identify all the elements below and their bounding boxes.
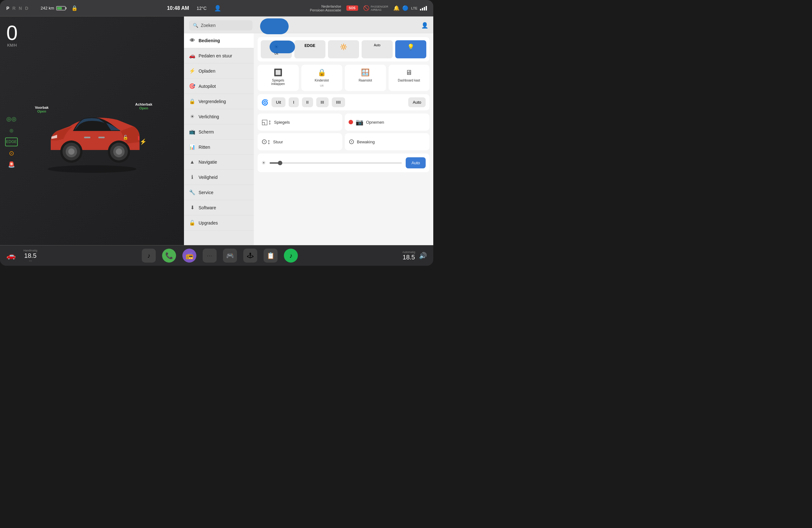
pedalen-label: Pedalen en stuur [199,53,232,58]
headlight-dim-icon: ◎ [5,126,18,135]
navigatie-label: Navigatie [199,160,217,165]
voorbak-status: Open [35,109,48,113]
files-icon: 📋 [267,252,275,260]
airbag-text: PASSENGERAIRBAG [371,5,388,11]
raamslot-icon: 🪟 [361,69,369,77]
dashboard-label: Dashboard kast [398,79,420,82]
menu-item-veiligheid[interactable]: ℹ Veiligheid [184,170,254,185]
lights-auto-btn[interactable]: Auto [362,40,393,58]
wiper-icon: 🌀 [261,99,269,106]
action-grid: ◱↕ Spiegels 📷 Opnemen ⊙↕ Stuur [258,114,430,150]
headlight-full-icon: ◎◎ [5,115,18,123]
menu-column: 👁 Bediening 🚗 Pedalen en stuur ⚡ Opladen… [184,33,254,245]
stuur-action-card[interactable]: ⊙↕ Stuur [258,133,342,150]
settings-header: 🔍 Zoeken 👤 [184,16,433,33]
opnemen-action-card[interactable]: 📷 Opnemen [345,114,430,131]
controller-btn[interactable]: 🕹 [243,249,257,263]
lights-edge-btn[interactable]: EDGE [294,40,325,58]
spotify-btn[interactable]: ♪ [284,249,298,263]
record-dot [349,120,353,124]
bewaking-label: Bewaking [357,140,375,144]
music-btn[interactable]: ♪ [142,249,156,263]
menu-item-scherm[interactable]: 📺 Scherm [184,124,254,140]
more-btn[interactable]: ··· [203,249,217,263]
controller-icon: 🕹 [247,252,253,260]
bewaking-action-card[interactable]: ⊙ Bewaking [345,133,430,150]
spiegels-card[interactable]: 🔲 Spiegelsinklappen [258,65,299,91]
wiper-3-label: III [321,100,324,105]
voorbak-label: Voorbak Open [35,106,48,113]
bluetooth-icon: 🔵 [402,5,408,11]
volume-icon: 🔊 [419,252,427,260]
clock: 10:48 AM [167,5,189,11]
autopilot-label: Autopilot [199,84,216,89]
outside-temp: 12°C [197,6,206,11]
lights-dim-btn[interactable]: 🔆 [328,40,359,58]
vergrendeling-label: Vergrendeling [199,99,226,104]
menu-item-verlichting[interactable]: ☀ Verlichting [184,109,254,124]
verlichting-label: Verlichting [199,114,219,119]
scherm-icon: 📺 [189,129,195,135]
wiper-4-btn[interactable]: IIII [332,97,345,107]
taskbar-right: Automatig 18.5 🔊 [402,250,427,261]
games-btn[interactable]: 🎮 [223,249,237,263]
privacy-overlay-1 [260,18,289,34]
brand-name: NederlandsePensioen Associatie [310,4,341,12]
camera-icon: 📷 [356,118,363,126]
vergrendeling-icon: 🔒 [189,98,195,104]
software-icon: ⬇ [189,205,195,210]
menu-item-software[interactable]: ⬇ Software [184,200,254,215]
brightness-auto-btn[interactable]: Auto [406,157,426,168]
menu-item-autopilot[interactable]: 🎯 Autopilot [184,79,254,94]
menu-item-bediening[interactable]: 👁 Bediening [184,33,254,48]
lights-full-btn[interactable]: 💡 [395,40,426,58]
spiegels-action-card[interactable]: ◱↕ Spiegels [258,114,342,131]
opnemen-label: Opnemen [366,120,384,124]
service-icon: 🔧 [189,189,195,195]
brightness-slider[interactable] [270,162,402,164]
menu-item-opladen[interactable]: ⚡ Opladen [184,63,254,79]
lights-edge-icon: EDGE [304,43,315,48]
wiper-2-btn[interactable]: II [302,97,313,107]
games-icon: 🎮 [226,252,234,260]
profile-icon: 👤 [214,5,221,12]
header-icons: 👤 [421,22,428,29]
bediening-label: Bediening [199,38,220,43]
wiper-4-label: IIII [336,100,340,105]
wiper-3-btn[interactable]: III [316,97,329,107]
menu-item-ritten[interactable]: 📊 Ritten [184,140,254,155]
left-temp-label: Handmatig [24,249,38,252]
menu-item-pedalen[interactable]: 🚗 Pedalen en stuur [184,48,254,63]
brightness-handle [278,161,282,165]
menu-item-vergrendeling[interactable]: 🔒 Vergrendeling [184,94,254,109]
right-temp-label: Automatig [402,250,415,254]
dashboard-card[interactable]: 🖥 Dashboard kast [389,65,430,91]
wiper-1-btn[interactable]: I [289,97,299,107]
sos-button[interactable]: SOS [346,5,358,11]
search-box[interactable]: 🔍 Zoeken [189,20,252,30]
wiper-auto-btn[interactable]: Auto [408,97,426,107]
raamslot-card[interactable]: 🪟 Raamslot [345,65,386,91]
speed-value: 0 [6,23,18,43]
phone-icon: 📞 [165,252,173,260]
software-label: Software [199,205,216,210]
profile-header-icon: 👤 [421,22,428,29]
status-icons-right: 🔔 🔵 LTE [393,5,427,11]
stuur-action-icon: ⊙↕ [261,138,271,146]
bar-4 [426,6,427,11]
kinderslot-status: Uit [320,84,323,87]
voorbak-title: Voorbak [35,106,48,109]
menu-item-navigatie[interactable]: ▲ Navigatie [184,155,254,170]
main-content: 0 KM/H ◎◎ ◎ EDGE ⊙ 🚨 Voorbak Open [0,16,433,245]
kinderslot-card[interactable]: 🔒 Kinderslot Uit [301,65,343,91]
radio-btn[interactable]: 📻 [183,249,196,263]
wiper-uit-btn[interactable]: Uit [272,97,286,107]
menu-item-upgrades[interactable]: 🔓 Upgrades [184,215,254,231]
menu-item-service[interactable]: 🔧 Service [184,185,254,200]
main-screen: P R N D 242 km 🔒 10:48 AM 12°C 👤 Nederla… [0,0,433,266]
files-btn[interactable]: 📋 [264,249,277,263]
gear-indicator: P R N D [6,6,29,11]
ritten-label: Ritten [199,145,210,150]
phone-btn[interactable]: 📞 [162,249,176,263]
taskbar: 🚗 Handmatig 18.5 ○○ ♪ 📞 📻 ··· 🎮 [0,245,433,266]
